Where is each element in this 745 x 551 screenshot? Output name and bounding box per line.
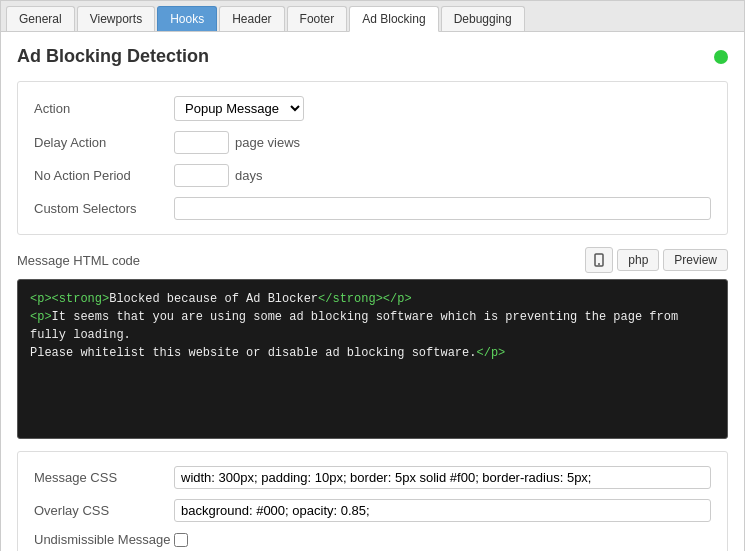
overlay-css-label: Overlay CSS [34,503,174,518]
action-select[interactable]: Popup Message Redirect Hidden Content [174,96,304,121]
delay-action-input[interactable] [174,131,229,154]
no-action-period-row: No Action Period days [34,164,711,187]
custom-selectors-input[interactable] [174,197,711,220]
action-select-wrapper: Popup Message Redirect Hidden Content [174,96,304,121]
delay-action-row: Delay Action page views [34,131,711,154]
delay-action-unit: page views [235,135,300,150]
custom-selectors-label: Custom Selectors [34,201,174,216]
page-title: Ad Blocking Detection [17,46,209,67]
overlay-css-row: Overlay CSS [34,499,711,522]
action-label: Action [34,101,174,116]
no-action-period-label: No Action Period [34,168,174,183]
message-css-input[interactable] [174,466,711,489]
delay-action-input-group: page views [174,131,300,154]
main-container: General Viewports Hooks Header Footer Ad… [0,0,745,551]
tab-ad-blocking[interactable]: Ad Blocking [349,6,438,32]
no-action-period-input[interactable] [174,164,229,187]
code-line-3: Please whitelist this website or disable… [30,344,715,362]
code-line-1: <p><strong>Blocked because of Ad Blocker… [30,290,715,308]
mobile-icon-button[interactable] [585,247,613,273]
status-indicator [714,50,728,64]
tab-hooks[interactable]: Hooks [157,6,217,31]
message-section-title: Message HTML code [17,253,140,268]
code-editor[interactable]: <p><strong>Blocked because of Ad Blocker… [17,279,728,439]
form-section: Action Popup Message Redirect Hidden Con… [17,81,728,235]
custom-selectors-row: Custom Selectors [34,197,711,220]
no-action-period-unit: days [235,168,262,183]
tab-general[interactable]: General [6,6,75,31]
code-line-2: <p>It seems that you are using some ad b… [30,308,715,344]
undismissible-row: Undismissible Message [34,532,711,547]
tab-viewports[interactable]: Viewports [77,6,155,31]
message-css-label: Message CSS [34,470,174,485]
overlay-css-input[interactable] [174,499,711,522]
page-title-bar: Ad Blocking Detection [17,46,728,67]
php-button[interactable]: php [617,249,659,271]
no-action-period-input-group: days [174,164,262,187]
undismissible-label: Undismissible Message [34,532,174,547]
message-actions: php Preview [585,247,728,273]
tab-debugging[interactable]: Debugging [441,6,525,31]
message-section: Message HTML code php Preview <p><strong… [17,247,728,439]
undismissible-checkbox-wrapper [174,533,188,547]
delay-action-label: Delay Action [34,135,174,150]
preview-button[interactable]: Preview [663,249,728,271]
message-css-row: Message CSS [34,466,711,489]
message-header: Message HTML code php Preview [17,247,728,273]
svg-point-1 [598,263,600,265]
undismissible-checkbox[interactable] [174,533,188,547]
tab-bar: General Viewports Hooks Header Footer Ad… [1,1,744,32]
css-section: Message CSS Overlay CSS Undismissible Me… [17,451,728,551]
mobile-icon [592,253,606,267]
tab-header[interactable]: Header [219,6,284,31]
tab-footer[interactable]: Footer [287,6,348,31]
action-row: Action Popup Message Redirect Hidden Con… [34,96,711,121]
page-content: Ad Blocking Detection Action Popup Messa… [1,32,744,551]
